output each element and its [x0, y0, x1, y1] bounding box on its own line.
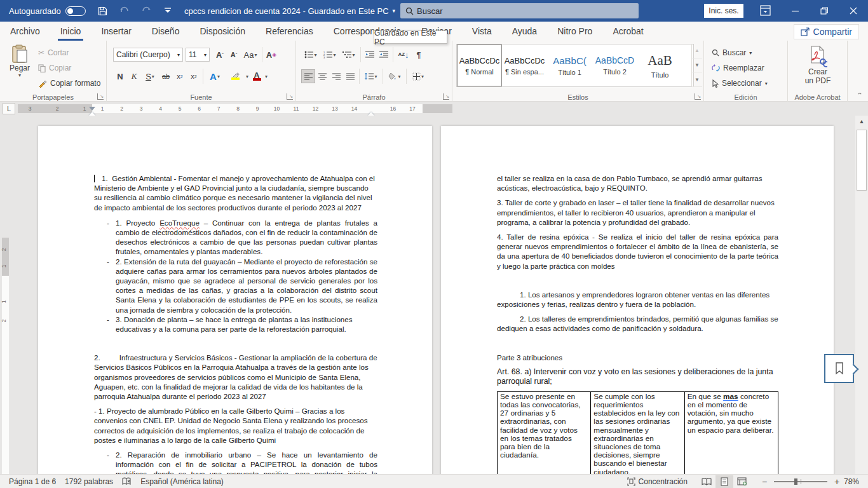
focus-mode-button[interactable]: Concentración	[627, 477, 688, 486]
zoom-slider[interactable]	[774, 481, 827, 482]
underline-button[interactable]: S▾	[141, 69, 159, 83]
borders-button[interactable]: ▾	[409, 69, 428, 83]
grow-font-button[interactable]: Aˆ	[213, 48, 227, 62]
zoom-in-button[interactable]: +	[832, 477, 841, 487]
styles-more-icon[interactable]: ▼	[692, 72, 702, 87]
highlight-color-button[interactable]	[224, 69, 246, 83]
save-icon[interactable]	[97, 5, 109, 17]
read-mode-button[interactable]	[698, 475, 715, 488]
paragraph-dialog-launcher[interactable]: ↘	[443, 93, 449, 100]
font-color-button[interactable]: A	[248, 69, 265, 83]
paragraph[interactable]: - 1. Proyecto de alumbrado Público en la…	[94, 406, 377, 445]
bold-button[interactable]: N	[113, 69, 127, 83]
document-title[interactable]: cpccs rendicion de cuenta 2024 - Guardad…	[184, 0, 395, 22]
line-spacing-button[interactable]: ▾	[362, 69, 381, 83]
paragraph[interactable]: 1. Los artesanos y emprendedores lograro…	[497, 290, 778, 309]
styles-scroll-up-icon[interactable]: ▲	[692, 44, 702, 58]
style-normal[interactable]: AaBbCcDc ¶ Normal	[457, 44, 502, 86]
paragraph[interactable]: Art. 68. a) Intervenir con voz y voto en…	[497, 367, 778, 386]
share-button[interactable]: Compartir	[794, 24, 859, 39]
increase-indent-button[interactable]	[377, 48, 391, 62]
clipboard-dialog-launcher[interactable]: ↘	[97, 93, 104, 100]
bullets-button[interactable]: ▾	[301, 48, 320, 62]
sign-in-button[interactable]: Inic. ses.	[704, 4, 743, 18]
clear-formatting-button[interactable]: A◈	[264, 48, 278, 62]
paragraph[interactable]: 2. Los talleres de emprendimientos brind…	[497, 314, 778, 333]
strikethrough-button[interactable]: ab	[159, 69, 173, 83]
language-indicator[interactable]: Español (América latina)	[140, 477, 224, 486]
align-left-button[interactable]	[301, 69, 315, 83]
multilevel-list-button[interactable]: ▾	[339, 48, 358, 62]
paragraph[interactable]: 2.Infraestructura y Servicios Básicos - …	[94, 353, 377, 401]
first-line-indent-marker[interactable]	[89, 107, 95, 111]
table-cell[interactable]: Se cumple con los requerimientos estable…	[591, 391, 684, 474]
style-no-spacing[interactable]: AaBbCcDc ¶ Sin espa...	[502, 44, 547, 86]
tab-insertar[interactable]: Insertar	[91, 22, 141, 41]
paragraph[interactable]: el taller se realiza en la casa de don P…	[497, 173, 778, 193]
style-heading2[interactable]: AaBbCcD Título 2	[592, 44, 637, 86]
paragraph[interactable]: 1. Gestión Ambiental - Fomentar el manej…	[94, 173, 377, 212]
text-effects-button[interactable]: A▾	[205, 69, 224, 83]
paragraph[interactable]: 4. Taller de resina epóxica - Se realiza…	[497, 232, 778, 271]
list-item[interactable]: 2. Extensión de la ruta del guayacán – M…	[94, 257, 377, 315]
shading-button[interactable]: ▾	[385, 69, 404, 83]
search-input[interactable]: Buscar	[400, 3, 639, 18]
sort-button[interactable]: AZ↓	[395, 48, 412, 62]
tab-inicio[interactable]: Inicio	[50, 22, 92, 41]
restore-button[interactable]	[810, 0, 839, 22]
align-right-button[interactable]	[329, 69, 343, 83]
web-layout-button[interactable]	[733, 475, 751, 488]
word-count[interactable]: 1792 palabras	[65, 477, 113, 486]
list-item[interactable]: 3. Donación de planta – se hace la entre…	[94, 315, 377, 334]
subscript-button[interactable]: x2	[173, 69, 187, 83]
decrease-indent-button[interactable]	[363, 48, 377, 62]
print-layout-button[interactable]	[715, 475, 733, 488]
styles-dialog-launcher[interactable]: ↘	[695, 93, 701, 100]
font-family-select[interactable]: Calibri (Cuerpo)▾	[113, 48, 183, 62]
table-cell[interactable]: Se estuvo presente en todas las convocat…	[498, 391, 591, 474]
show-marks-button[interactable]: ¶	[412, 48, 426, 62]
font-dialog-launcher[interactable]: ↘	[287, 93, 293, 100]
style-title[interactable]: AaB Título	[637, 44, 682, 86]
change-case-button[interactable]: Aa▾	[241, 48, 260, 62]
numbering-button[interactable]: 123▾	[320, 48, 339, 62]
minimize-button[interactable]	[780, 0, 810, 22]
style-heading1[interactable]: AaBbC( Título 1	[547, 44, 592, 86]
tab-diseno[interactable]: Diseño	[142, 22, 190, 41]
autosave-switch[interactable]	[65, 6, 86, 16]
tab-nitro-pro[interactable]: Nitro Pro	[547, 22, 602, 41]
proofing-errors-icon[interactable]	[122, 477, 132, 486]
tab-vista[interactable]: Vista	[462, 22, 502, 41]
autosave-toggle[interactable]: Autoguardado	[9, 6, 86, 16]
select-button[interactable]: Seleccionar▾	[712, 76, 768, 90]
italic-button[interactable]: K	[127, 69, 141, 83]
zoom-slider-thumb[interactable]	[794, 478, 797, 485]
tab-archivo[interactable]: Archivo	[0, 22, 50, 41]
styles-scroll-down-icon[interactable]: ▼	[692, 58, 702, 73]
customize-qat-icon[interactable]	[162, 5, 173, 17]
collapse-ribbon-icon[interactable]: ⌃	[857, 92, 863, 98]
scroll-up-icon[interactable]: ▲	[855, 118, 868, 125]
tab-ayuda[interactable]: Ayuda	[502, 22, 547, 41]
paste-button[interactable]: Pegar ▾	[5, 44, 34, 78]
tab-disposicion[interactable]: Disposición	[189, 22, 255, 41]
font-size-select[interactable]: 11▾	[186, 48, 210, 62]
tab-acrobat[interactable]: Acrobat	[602, 22, 653, 41]
page-indicator[interactable]: Página 1 de 6	[9, 477, 56, 486]
replace-button[interactable]: Reemplazar	[712, 61, 764, 75]
zoom-out-button[interactable]: −	[760, 477, 769, 487]
align-center-button[interactable]	[315, 69, 329, 83]
page-1[interactable]: 1. Gestión Ambiental - Fomentar el manej…	[38, 126, 432, 474]
list-item[interactable]: 1. Proyecto EcoTrueque – Continuar con l…	[94, 218, 377, 257]
tab-referencias[interactable]: Referencias	[255, 22, 323, 41]
find-button[interactable]: Buscar▾	[712, 46, 752, 60]
close-button[interactable]	[839, 0, 868, 22]
format-painter-button[interactable]: Copiar formato	[38, 76, 100, 90]
page-2[interactable]: el taller se realiza en la casa de don P…	[441, 126, 834, 474]
document-canvas[interactable]: 2 1 1 2 1. Gestión Ambiental - Fomentar …	[0, 116, 868, 474]
scrollbar-thumb[interactable]	[857, 130, 867, 191]
list-item[interactable]: 2. Reparación de inmobiliario urbano – S…	[94, 450, 377, 474]
resume-bookmark-flyout[interactable]	[824, 354, 854, 383]
zoom-level[interactable]: 78%	[844, 477, 859, 486]
superscript-button[interactable]: x2	[187, 69, 201, 83]
